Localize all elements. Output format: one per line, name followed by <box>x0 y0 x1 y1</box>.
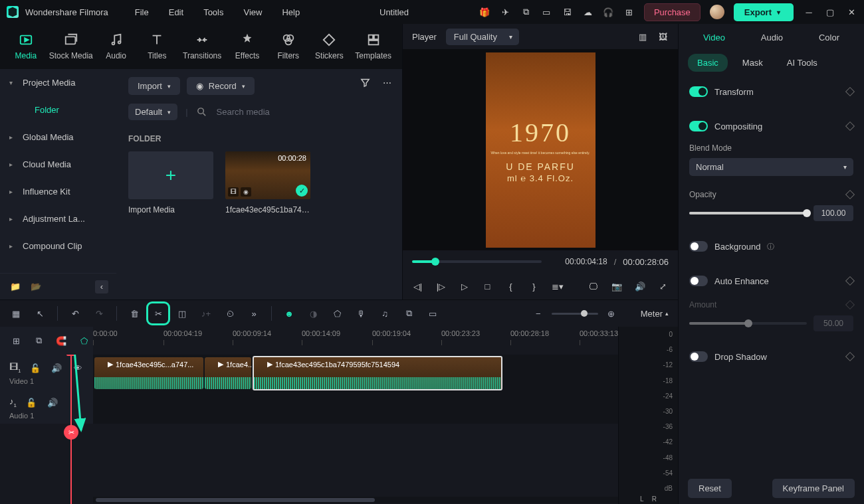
lock-icon[interactable]: 🔓 <box>29 361 42 375</box>
menu-file[interactable]: File <box>126 3 158 21</box>
color-icon[interactable]: ◑ <box>306 307 320 320</box>
background-toggle[interactable] <box>689 241 708 252</box>
volume-icon[interactable]: 🔊 <box>634 280 645 292</box>
meter-toggle[interactable]: Meter ▴ <box>641 309 669 319</box>
tab-filters[interactable]: Filters <box>268 27 309 66</box>
monitor-icon[interactable]: ▭ <box>541 7 552 18</box>
menu-view[interactable]: View <box>234 3 271 21</box>
zoom-slider[interactable] <box>552 313 598 315</box>
play-icon[interactable]: ▷ <box>459 280 470 292</box>
video-track-body[interactable]: ▶1fcae43ec495c...a747... ▶1fcae4... ▶1fc… <box>93 355 678 392</box>
grid-icon[interactable]: ▦ <box>9 307 23 320</box>
undo-icon[interactable]: ↶ <box>68 307 82 320</box>
marker-list-icon[interactable]: ⬠ <box>77 334 90 347</box>
headphones-icon[interactable]: 🎧 <box>603 7 614 18</box>
props-tab-color[interactable]: Color <box>810 27 849 48</box>
keyframe-panel-button[interactable]: Keyframe Panel <box>772 479 855 498</box>
minimize-button[interactable]: ─ <box>803 6 815 18</box>
split-icon[interactable]: ✂ <box>152 307 165 320</box>
keyframe-icon[interactable] <box>845 87 855 96</box>
sidebar-folder[interactable]: Folder <box>0 96 116 124</box>
delete-icon[interactable]: 🗑 <box>128 307 141 320</box>
marker-icon[interactable]: ⬠ <box>330 307 344 320</box>
camera-icon[interactable]: 📷 <box>611 280 622 292</box>
help-icon[interactable]: ⓘ <box>767 242 774 252</box>
subtab-mask[interactable]: Mask <box>733 54 772 72</box>
maximize-button[interactable]: ▢ <box>824 6 836 18</box>
remove-folder-icon[interactable]: 📂 <box>30 281 41 292</box>
stop-icon[interactable]: □ <box>482 280 493 292</box>
display-icon[interactable]: 🖵 <box>588 280 599 292</box>
subtab-basic[interactable]: Basic <box>688 54 728 72</box>
link-icon[interactable]: ⧉ <box>32 334 45 347</box>
tab-titles[interactable]: Titles <box>136 27 177 66</box>
sidebar-adjustment-layer[interactable]: ▸Adjustment La... <box>0 205 116 232</box>
keyframe-icon[interactable] <box>845 122 855 131</box>
mute-icon[interactable]: 🔊 <box>46 396 59 409</box>
compare-icon[interactable]: ▥ <box>637 31 648 42</box>
keyframe-icon[interactable] <box>845 276 855 286</box>
more-icon[interactable]: ⋯ <box>381 77 393 88</box>
menu-edit[interactable]: Edit <box>160 3 193 21</box>
sidebar-compound-clip[interactable]: ▸Compound Clip <box>0 232 116 260</box>
mic-icon[interactable]: 🎙 <box>354 307 368 320</box>
camera-icon[interactable]: ⧉ <box>520 7 532 18</box>
snapshot-icon[interactable]: 🖼 <box>657 31 669 42</box>
import-button[interactable]: Import▾ <box>128 77 180 95</box>
reset-button[interactable]: Reset <box>688 479 732 498</box>
track-edit-icon[interactable]: ⊞ <box>9 334 23 347</box>
props-tab-video[interactable]: Video <box>694 27 734 48</box>
compositing-toggle[interactable] <box>689 121 708 131</box>
clip-1a[interactable]: ▶1fcae43ec495c...a747... <box>94 357 203 389</box>
speed-icon[interactable]: ⏲ <box>223 307 237 320</box>
pointer-icon[interactable]: ↖ <box>33 307 47 320</box>
tab-stock-media[interactable]: Stock Media <box>47 27 96 66</box>
mark-in-icon[interactable]: { <box>505 280 516 292</box>
ai-icon[interactable]: ☻ <box>282 307 296 320</box>
magnet-icon[interactable]: 🧲 <box>54 334 68 347</box>
menu-tools[interactable]: Tools <box>194 3 233 21</box>
tab-effects[interactable]: Effects <box>227 27 268 66</box>
record-button[interactable]: ◉Record▾ <box>187 77 255 95</box>
split-marker-icon[interactable]: ✂ <box>64 425 78 440</box>
user-avatar[interactable] <box>710 5 724 19</box>
tab-templates[interactable]: Templates <box>350 27 397 66</box>
fullscreen-icon[interactable]: ⤢ <box>657 280 669 292</box>
media-clip-tile[interactable]: 00:00:28 🎞◉ ✓ 1fcae43ec495c1ba747... <box>225 151 310 214</box>
sidebar-cloud-media[interactable]: ▸Cloud Media <box>0 151 116 178</box>
audio-track-body[interactable] <box>93 392 678 424</box>
send-icon[interactable]: ✈ <box>500 7 511 18</box>
sidebar-influence-kit[interactable]: ▸Influence Kit <box>0 178 116 205</box>
player-viewport[interactable]: 1970 When love and style meet time! it b… <box>403 49 678 250</box>
redo-icon[interactable]: ↷ <box>92 307 106 320</box>
more-tools-icon[interactable]: » <box>247 307 261 320</box>
clip-1b[interactable]: ▶1fcae4... <box>205 357 251 389</box>
menu-help[interactable]: Help <box>272 3 309 21</box>
collapse-sidebar-button[interactable]: ‹ <box>95 280 108 294</box>
tab-audio[interactable]: Audio <box>96 27 137 66</box>
transform-toggle[interactable] <box>689 86 708 97</box>
mark-out-icon[interactable]: } <box>528 280 540 292</box>
tab-transitions[interactable]: Transitions <box>177 27 227 66</box>
zoom-out-icon[interactable]: − <box>532 307 545 320</box>
keyframe-icon[interactable] <box>845 352 855 361</box>
progress-bar[interactable] <box>412 260 542 263</box>
new-folder-icon[interactable]: 📁 <box>9 281 21 292</box>
opacity-value[interactable]: 100.00 <box>813 205 853 221</box>
blend-mode-select[interactable]: Normal ▾ <box>689 158 853 176</box>
step-back-icon[interactable]: ◁| <box>412 280 423 292</box>
clip-2-selected[interactable]: ▶1fcae43ec495c1ba7479595fc7514594 <box>253 356 502 390</box>
search-input[interactable] <box>215 103 390 121</box>
beat-icon[interactable]: ♫ <box>378 307 391 320</box>
layout-icon[interactable]: ≣▾ <box>552 280 564 292</box>
filter-icon[interactable] <box>360 77 371 88</box>
time-ruler[interactable]: 0:00:0000:00:04:1900:00:09:1400:00:14:09… <box>93 327 678 355</box>
purchase-button[interactable]: Purchase <box>644 3 701 21</box>
props-tab-audio[interactable]: Audio <box>752 27 792 48</box>
auto-enhance-toggle[interactable] <box>689 276 708 286</box>
lock-icon[interactable]: 🔓 <box>25 396 38 409</box>
zoom-in-icon[interactable]: ⊕ <box>605 307 618 320</box>
mixer-icon[interactable]: ⧉ <box>402 307 415 320</box>
crop-icon[interactable]: ◫ <box>175 307 189 320</box>
gift-icon[interactable]: 🎁 <box>479 7 490 18</box>
